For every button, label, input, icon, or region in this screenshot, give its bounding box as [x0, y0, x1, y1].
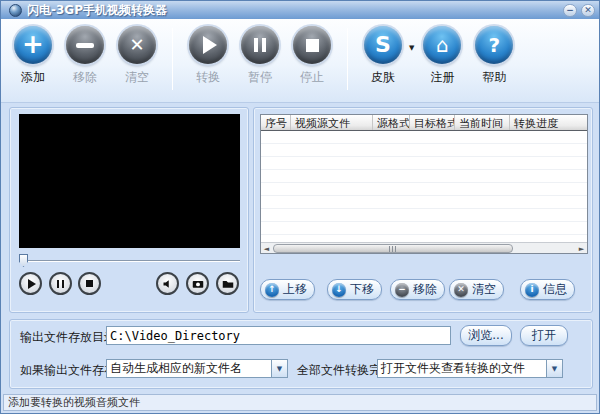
convert-label: 转换	[196, 69, 220, 86]
minus-icon: −	[395, 283, 409, 297]
move-up-button[interactable]: ↑ 上移	[260, 279, 315, 300]
horizontal-scrollbar[interactable]: ◄ ►	[261, 242, 587, 254]
clear-button[interactable]: ✕ 清空	[111, 26, 163, 86]
column-header-target-format[interactable]: 目标格式	[410, 115, 455, 130]
seek-thumb[interactable]	[19, 254, 28, 267]
info-button[interactable]: i 信息	[520, 279, 575, 300]
chevron-down-icon[interactable]: ▼	[546, 360, 562, 377]
output-dir-input[interactable]	[106, 326, 451, 345]
question-icon: ?	[475, 26, 513, 64]
app-window: 闪电-3GP手机视频转换器 − ✕ + 添加 移除 ✕ 清空 转换 暂停 停止	[0, 0, 600, 414]
move-down-button[interactable]: ↓ 下移	[327, 279, 382, 300]
pause-label: 暂停	[248, 69, 272, 86]
app-icon	[9, 4, 22, 17]
camera-icon	[192, 278, 204, 290]
add-button[interactable]: + 添加	[7, 26, 59, 86]
remove-label: 移除	[73, 69, 97, 86]
toolbar-separator	[172, 28, 173, 90]
column-header-source-file[interactable]: 视频源文件	[291, 115, 373, 130]
stop-button[interactable]: 停止	[286, 26, 338, 86]
skin-icon: S	[364, 26, 402, 64]
column-header-current-time[interactable]: 当前时间	[455, 115, 510, 130]
open-dir-button[interactable]: 打开	[520, 325, 568, 346]
help-label: 帮助	[482, 69, 506, 86]
skin-label: 皮肤	[371, 69, 395, 86]
skin-dropdown-arrow[interactable]: ▼	[409, 44, 414, 52]
scrollbar-grip	[389, 246, 398, 252]
scroll-right-icon[interactable]: ►	[576, 243, 587, 254]
home-icon: ⌂	[423, 26, 461, 64]
seek-track	[19, 260, 240, 262]
browse-button[interactable]: 浏览...	[460, 325, 512, 346]
file-list-panel: 序号 视频源文件 源格式 目标格式 当前时间 转换进度 ◄ ► ↑ 上移 ↓ 下…	[253, 107, 593, 313]
minimize-button[interactable]: −	[563, 4, 577, 17]
chevron-down-icon[interactable]: ▼	[271, 360, 287, 377]
move-down-label: 下移	[350, 281, 374, 298]
video-preview	[19, 114, 240, 248]
plus-icon: +	[14, 26, 52, 64]
open-file-button[interactable]	[216, 272, 239, 295]
volume-button[interactable]	[156, 272, 179, 295]
status-bar: 添加要转换的视频音频文件	[3, 394, 597, 411]
titlebar: 闪电-3GP手机视频转换器 − ✕	[1, 1, 599, 19]
down-arrow-icon: ↓	[332, 283, 346, 297]
scrollbar-thumb[interactable]	[273, 244, 513, 253]
pause-icon	[241, 26, 279, 64]
exists-selected-value: 自动生成相应的新文件名	[107, 360, 271, 377]
window-title: 闪电-3GP手机视频转换器	[27, 2, 559, 19]
file-table-header: 序号 视频源文件 源格式 目标格式 当前时间 转换进度	[261, 115, 587, 131]
status-text: 添加要转换的视频音频文件	[8, 395, 140, 410]
stop-label: 停止	[300, 69, 324, 86]
column-header-source-format[interactable]: 源格式	[373, 115, 410, 130]
move-up-label: 上移	[283, 281, 307, 298]
file-table: 序号 视频源文件 源格式 目标格式 当前时间 转换进度 ◄ ►	[260, 114, 588, 254]
register-label: 注册	[430, 69, 454, 86]
exists-combobox[interactable]: 自动生成相应的新文件名 ▼	[106, 359, 288, 378]
preview-play-button[interactable]	[19, 272, 42, 295]
after-convert-selected-value: 打开文件夹查看转换的文件	[378, 360, 546, 377]
speaker-icon	[162, 278, 174, 290]
column-header-progress[interactable]: 转换进度	[510, 115, 587, 130]
minus-icon	[66, 26, 104, 64]
list-clear-button[interactable]: ✕ 清空	[449, 279, 504, 300]
folder-icon	[222, 278, 234, 290]
convert-button[interactable]: 转换	[182, 26, 234, 86]
close-button[interactable]: ✕	[581, 4, 595, 17]
column-header-index[interactable]: 序号	[261, 115, 291, 130]
toolbar-separator	[347, 28, 348, 90]
toolbar: + 添加 移除 ✕ 清空 转换 暂停 停止 S 皮肤 ▼	[1, 19, 599, 103]
file-table-body[interactable]	[261, 131, 587, 242]
x-icon: ✕	[118, 26, 156, 64]
add-label: 添加	[21, 69, 45, 86]
x-icon: ✕	[454, 283, 468, 297]
scroll-left-icon[interactable]: ◄	[261, 243, 272, 254]
help-button[interactable]: ? 帮助	[468, 26, 520, 86]
up-arrow-icon: ↑	[265, 283, 279, 297]
pause-button[interactable]: 暂停	[234, 26, 286, 86]
preview-pause-button[interactable]	[49, 272, 72, 295]
list-remove-button[interactable]: − 移除	[390, 279, 445, 300]
play-icon	[189, 26, 227, 64]
remove-button[interactable]: 移除	[59, 26, 111, 86]
info-icon: i	[525, 283, 539, 297]
stop-icon	[293, 26, 331, 64]
clear-label: 清空	[125, 69, 149, 86]
register-button[interactable]: ⌂ 注册	[416, 26, 468, 86]
list-clear-label: 清空	[472, 281, 496, 298]
output-settings-panel: 输出文件存放目录: 浏览... 打开 如果输出文件存在: 自动生成相应的新文件名…	[9, 319, 593, 389]
skin-button[interactable]: S 皮肤	[357, 26, 409, 86]
list-remove-label: 移除	[413, 281, 437, 298]
after-convert-combobox[interactable]: 打开文件夹查看转换的文件 ▼	[377, 359, 563, 378]
snapshot-button[interactable]	[186, 272, 209, 295]
info-label: 信息	[543, 281, 567, 298]
seek-bar[interactable]	[19, 254, 240, 268]
preview-stop-button[interactable]	[78, 272, 101, 295]
preview-panel	[9, 107, 249, 313]
